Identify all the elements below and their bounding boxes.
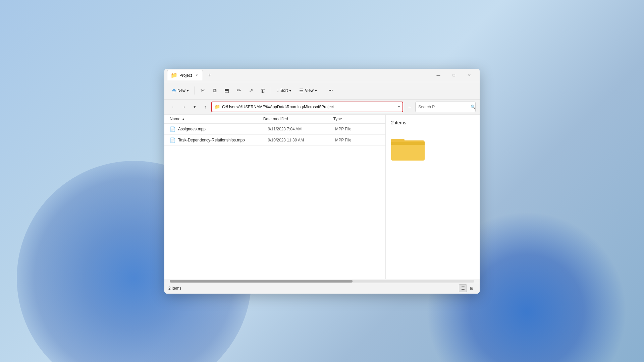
address-bar-area: ← → ▾ ↑ 📁 ▾ → 🔍 xyxy=(164,100,480,115)
sort-icon: ↕ xyxy=(277,88,279,93)
file-name: Assignees.mpp xyxy=(178,127,268,131)
file-icon: 📄 xyxy=(170,126,175,132)
file-explorer-window: 📁 Project × + — □ ✕ ⊕ New ▾ ✂ ⧉ ⬒ ✏ xyxy=(164,69,480,294)
file-list: Name ▲ Date modified Type 📄 Assignees.mp… xyxy=(164,115,386,279)
delete-icon: 🗑 xyxy=(261,88,266,94)
svg-rect-2 xyxy=(391,143,425,161)
up-button[interactable]: ↑ xyxy=(201,102,210,112)
sort-label: Sort xyxy=(280,88,288,93)
toolbar: ⊕ New ▾ ✂ ⧉ ⬒ ✏ ↗ 🗑 ↕ Sort ▾ ☰ xyxy=(164,82,480,100)
more-options-button[interactable]: ··· xyxy=(325,85,336,96)
column-sort-arrow: ▲ xyxy=(182,117,185,121)
minimize-button[interactable]: — xyxy=(431,70,446,80)
file-date: 9/10/2023 11:39 AM xyxy=(268,138,335,142)
column-date-modified[interactable]: Date modified xyxy=(263,117,333,121)
cut-icon: ✂ xyxy=(201,87,205,94)
preview-panel: 2 items xyxy=(386,115,480,279)
toolbar-separator-2 xyxy=(271,86,271,95)
preview-item-count: 2 items xyxy=(391,120,406,125)
status-item-count: 2 items xyxy=(168,286,181,291)
window-controls: — □ ✕ xyxy=(431,70,477,80)
rename-button[interactable]: ✏ xyxy=(233,85,245,96)
tab-title: Project xyxy=(179,73,192,78)
share-icon: ↗ xyxy=(249,87,253,94)
view-buttons: ☰ ⊞ xyxy=(459,284,476,292)
recent-locations-button[interactable]: ▾ xyxy=(190,102,199,112)
file-type: MPP File xyxy=(335,138,380,142)
rename-icon: ✏ xyxy=(237,87,241,94)
column-name[interactable]: Name ▲ xyxy=(170,117,263,121)
scrollbar-area xyxy=(164,279,480,283)
view-chevron-icon: ▾ xyxy=(315,88,317,93)
preview-folder-icon xyxy=(391,135,425,164)
table-row[interactable]: 📄 Assignees.mpp 9/11/2023 7:04 AM MPP Fi… xyxy=(164,124,385,135)
go-button[interactable]: → xyxy=(405,102,414,112)
copy-icon: ⧉ xyxy=(213,87,217,94)
view-icon: ☰ xyxy=(299,88,304,93)
address-dropdown-icon[interactable]: ▾ xyxy=(398,105,400,109)
address-folder-icon: 📁 xyxy=(215,104,220,109)
column-headers: Name ▲ Date modified Type xyxy=(164,115,385,124)
list-view-button[interactable]: ☰ xyxy=(459,284,467,292)
delete-button[interactable]: 🗑 xyxy=(257,85,269,96)
search-box[interactable]: 🔍 xyxy=(415,102,476,112)
file-name: Task-Dependency-Relationships.mpp xyxy=(178,138,268,142)
cut-button[interactable]: ✂ xyxy=(197,85,208,96)
sort-chevron-icon: ▾ xyxy=(289,88,291,93)
tab-folder-icon: 📁 xyxy=(171,72,177,78)
active-tab[interactable]: 📁 Project × xyxy=(167,70,203,80)
address-input[interactable] xyxy=(222,105,396,109)
tile-view-button[interactable]: ⊞ xyxy=(468,284,476,292)
column-type[interactable]: Type xyxy=(333,117,380,121)
main-area: Name ▲ Date modified Type 📄 Assignees.mp… xyxy=(164,115,480,279)
title-bar-left: 📁 Project × + xyxy=(167,70,431,80)
paste-button[interactable]: ⬒ xyxy=(221,85,232,96)
table-row[interactable]: 📄 Task-Dependency-Relationships.mpp 9/10… xyxy=(164,135,385,146)
title-bar: 📁 Project × + — □ ✕ xyxy=(164,69,480,82)
search-input[interactable] xyxy=(418,105,469,109)
new-icon: ⊕ xyxy=(172,88,176,93)
new-chevron-icon: ▾ xyxy=(187,88,189,93)
file-icon: 📄 xyxy=(170,137,175,143)
forward-button[interactable]: → xyxy=(179,102,189,112)
share-button[interactable]: ↗ xyxy=(245,85,257,96)
file-type: MPP File xyxy=(335,127,380,131)
tile-view-icon: ⊞ xyxy=(470,286,473,291)
search-icon: 🔍 xyxy=(471,105,476,109)
new-tab-button[interactable]: + xyxy=(205,70,214,80)
status-bar: 2 items ☰ ⊞ xyxy=(164,283,480,294)
close-button[interactable]: ✕ xyxy=(462,70,477,80)
new-button[interactable]: ⊕ New ▾ xyxy=(168,85,193,96)
scrollbar-track[interactable] xyxy=(170,280,474,283)
list-view-icon: ☰ xyxy=(461,286,465,291)
view-label: View xyxy=(305,88,314,93)
back-button[interactable]: ← xyxy=(168,102,178,112)
scrollbar-thumb[interactable] xyxy=(170,280,353,283)
toolbar-separator-1 xyxy=(195,86,195,95)
copy-button[interactable]: ⧉ xyxy=(209,85,220,96)
address-bar[interactable]: 📁 ▾ xyxy=(211,102,403,112)
sort-button[interactable]: ↕ Sort ▾ xyxy=(273,85,295,96)
toolbar-separator-3 xyxy=(323,86,323,95)
column-name-label: Name xyxy=(170,117,180,121)
view-button[interactable]: ☰ View ▾ xyxy=(296,85,321,96)
maximize-button[interactable]: □ xyxy=(446,70,462,80)
folder-svg xyxy=(391,135,425,162)
paste-icon: ⬒ xyxy=(224,87,229,94)
svg-rect-3 xyxy=(391,142,425,145)
tab-close-button[interactable]: × xyxy=(194,73,199,78)
file-date: 9/11/2023 7:04 AM xyxy=(268,127,335,131)
new-label: New xyxy=(177,88,185,93)
